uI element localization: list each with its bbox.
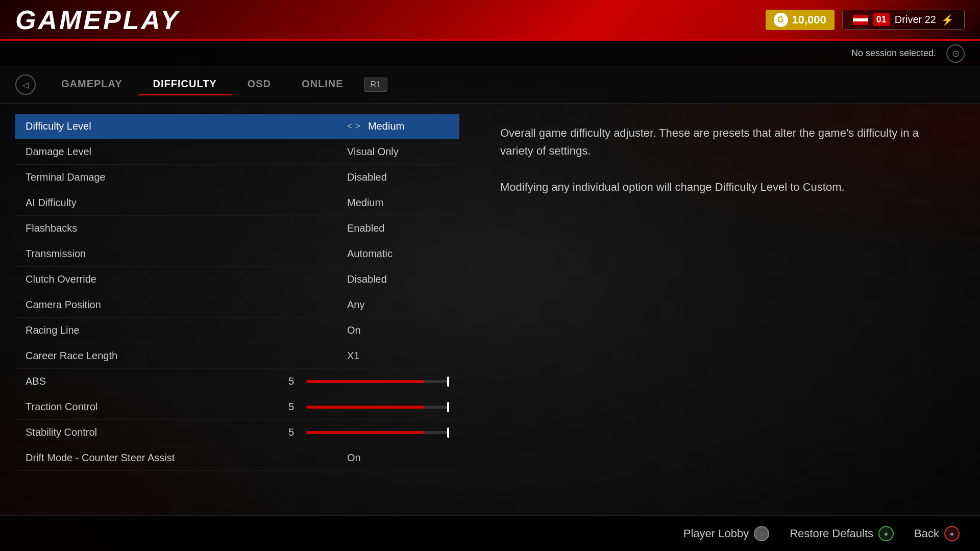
setting-value-traction-control: 5	[288, 401, 449, 413]
setting-value-career-race-length: X1	[347, 350, 449, 362]
setting-value-ai-difficulty: Medium	[347, 197, 449, 209]
player-lobby-icon: ○	[754, 526, 769, 541]
player-icon: ⚡	[941, 14, 954, 26]
setting-value-difficulty-level: < > Medium	[347, 120, 449, 132]
setting-value-flashbacks: Enabled	[347, 222, 449, 234]
career-race-length-value: X1	[347, 350, 359, 362]
difficulty-level-value: Medium	[368, 120, 404, 132]
drift-mode-value: On	[347, 452, 361, 464]
clutch-override-value: Disabled	[347, 273, 387, 285]
setting-value-stability-control: 5	[288, 427, 449, 438]
setting-name-damage-level: Damage Level	[26, 146, 347, 158]
setting-row-abs[interactable]: ABS 5	[15, 369, 459, 394]
setting-name-abs: ABS	[26, 375, 288, 387]
setting-name-ai-difficulty: AI Difficulty	[26, 197, 347, 209]
player-badge: 01 Driver 22 ⚡	[842, 10, 965, 30]
setting-row-stability-control[interactable]: Stability Control 5	[15, 420, 459, 445]
setting-name-career-race-length: Career Race Length	[26, 350, 347, 362]
settings-panel: Difficulty Level < > Medium Damage Level…	[15, 114, 459, 507]
flashbacks-value: Enabled	[347, 222, 384, 234]
session-icon[interactable]: ⊙	[946, 44, 965, 63]
main-content: Difficulty Level < > Medium Damage Level…	[0, 104, 980, 517]
back-label: Back	[914, 527, 939, 540]
setting-row-transmission[interactable]: Transmission Automatic	[15, 241, 459, 267]
terminal-damage-value: Disabled	[347, 171, 387, 183]
traction-control-slider-track[interactable]	[306, 406, 449, 409]
currency-icon: G	[774, 13, 788, 27]
stability-control-slider-fill	[306, 431, 425, 434]
damage-level-value: Visual Only	[347, 146, 399, 158]
footer: Player Lobby ○ Restore Defaults ● Back ●	[0, 515, 980, 551]
player-flag	[853, 15, 868, 25]
restore-defaults-label: Restore Defaults	[790, 527, 873, 540]
setting-name-clutch-override: Clutch Override	[26, 273, 347, 285]
transmission-value: Automatic	[347, 248, 393, 260]
header: GAMEPLAY G 10,000 01 Driver 22 ⚡	[0, 0, 980, 41]
setting-value-racing-line: On	[347, 324, 449, 336]
setting-name-traction-control: Traction Control	[26, 401, 288, 413]
stability-control-slider-track[interactable]	[306, 431, 449, 434]
restore-defaults-icon: ●	[878, 526, 894, 541]
setting-row-ai-difficulty[interactable]: AI Difficulty Medium	[15, 190, 459, 216]
abs-value: 5	[288, 375, 299, 387]
currency-badge: G 10,000	[766, 10, 835, 30]
stability-control-value: 5	[288, 427, 299, 438]
player-lobby-label: Player Lobby	[683, 527, 749, 540]
setting-value-camera-position: Any	[347, 299, 449, 311]
setting-value-abs: 5	[288, 375, 449, 387]
tab-online[interactable]: ONLINE	[286, 74, 359, 95]
header-right: G 10,000 01 Driver 22 ⚡	[766, 10, 965, 30]
racing-line-value: On	[347, 324, 361, 336]
setting-name-transmission: Transmission	[26, 248, 347, 260]
setting-row-damage-level[interactable]: Damage Level Visual Only	[15, 139, 459, 165]
r1-badge: R1	[364, 78, 387, 92]
tab-difficulty[interactable]: DIFFICULTY	[138, 74, 232, 95]
setting-row-drift-mode[interactable]: Drift Mode - Counter Steer Assist On	[15, 445, 459, 471]
abs-slider-fill	[306, 380, 425, 383]
page-title: GAMEPLAY	[15, 5, 180, 35]
setting-value-drift-mode: On	[347, 452, 449, 464]
player-number: 01	[873, 13, 890, 26]
setting-name-racing-line: Racing Line	[26, 324, 347, 336]
setting-name-camera-position: Camera Position	[26, 299, 347, 311]
camera-position-value: Any	[347, 299, 364, 311]
left-arrow: < >	[347, 121, 360, 132]
setting-row-difficulty-level[interactable]: Difficulty Level < > Medium	[15, 114, 459, 139]
traction-control-slider-fill	[306, 406, 425, 409]
nav-back-icon[interactable]: ◁	[15, 74, 36, 95]
setting-row-terminal-damage[interactable]: Terminal Damage Disabled	[15, 165, 459, 190]
session-bar: No session selected. ⊙	[0, 41, 980, 66]
setting-value-terminal-damage: Disabled	[347, 171, 449, 183]
abs-slider-thumb	[447, 377, 449, 387]
abs-slider-track[interactable]	[306, 380, 449, 383]
player-lobby-button[interactable]: Player Lobby ○	[683, 526, 769, 541]
setting-name-drift-mode: Drift Mode - Counter Steer Assist	[26, 452, 347, 464]
setting-row-traction-control[interactable]: Traction Control 5	[15, 394, 459, 420]
tab-gameplay[interactable]: GAMEPLAY	[46, 74, 138, 95]
description-text: Overall game difficulty adjuster. These …	[500, 124, 954, 160]
setting-row-clutch-override[interactable]: Clutch Override Disabled	[15, 267, 459, 292]
setting-name-stability-control: Stability Control	[26, 427, 288, 438]
setting-name-difficulty-level: Difficulty Level	[26, 120, 347, 132]
setting-row-career-race-length[interactable]: Career Race Length X1	[15, 343, 459, 369]
setting-name-flashbacks: Flashbacks	[26, 222, 347, 234]
description-text-2: Modifying any individual option will cha…	[500, 178, 954, 196]
setting-row-camera-position[interactable]: Camera Position Any	[15, 292, 459, 318]
traction-control-value: 5	[288, 401, 299, 413]
setting-row-flashbacks[interactable]: Flashbacks Enabled	[15, 216, 459, 241]
back-icon: ●	[944, 526, 960, 541]
back-button[interactable]: Back ●	[914, 526, 960, 541]
description-panel: Overall game difficulty adjuster. These …	[490, 114, 965, 507]
tab-osd[interactable]: OSD	[232, 74, 286, 95]
currency-amount: 10,000	[792, 13, 826, 27]
ai-difficulty-value: Medium	[347, 197, 383, 209]
player-name: Driver 22	[895, 14, 936, 26]
setting-value-damage-level: Visual Only	[347, 146, 449, 158]
session-text: No session selected.	[851, 48, 936, 59]
setting-value-transmission: Automatic	[347, 248, 449, 260]
stability-control-slider-thumb	[447, 428, 449, 438]
restore-defaults-button[interactable]: Restore Defaults ●	[790, 526, 894, 541]
traction-control-slider-thumb	[447, 402, 449, 412]
setting-name-terminal-damage: Terminal Damage	[26, 171, 347, 183]
setting-row-racing-line[interactable]: Racing Line On	[15, 318, 459, 343]
